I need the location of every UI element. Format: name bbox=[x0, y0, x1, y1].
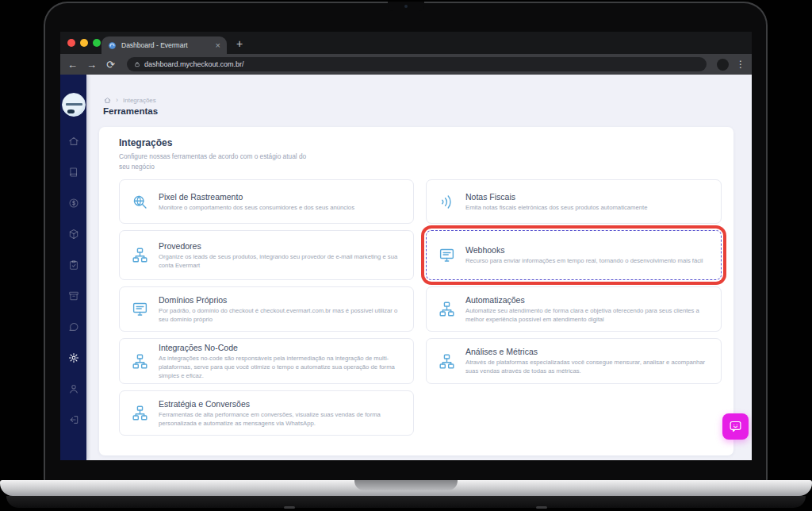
panel-subheading-line2: seu negócio bbox=[119, 162, 306, 172]
main-content: › Integrações Ferramentas Integrações Co… bbox=[86, 75, 752, 460]
monitor-icon bbox=[439, 247, 455, 263]
sidebar-item-book[interactable] bbox=[68, 167, 79, 178]
laptop-base bbox=[0, 480, 812, 496]
card-text: AutomatizaçõesAutomatize seu atendimento… bbox=[465, 295, 709, 324]
card-title: Webhooks bbox=[465, 245, 703, 255]
nfc-waves-icon bbox=[439, 194, 455, 210]
page-title: Ferramentas bbox=[103, 106, 158, 116]
laptop-foot bbox=[536, 506, 547, 509]
breadcrumb: › Integrações bbox=[104, 97, 156, 104]
card-description: Através de plataformas especializadas vo… bbox=[465, 358, 709, 375]
card-title: Domínios Próprios bbox=[159, 295, 401, 305]
minimize-window-button[interactable] bbox=[80, 39, 88, 47]
forward-button[interactable]: → bbox=[86, 60, 98, 70]
panel-subheading-line1: Configure nossas ferramentas de acordo c… bbox=[119, 152, 306, 162]
close-window-button[interactable] bbox=[67, 39, 75, 47]
browser-profile-avatar[interactable] bbox=[717, 59, 729, 71]
sitemap-icon bbox=[132, 405, 148, 421]
reload-button[interactable]: ⟳ bbox=[105, 60, 117, 70]
integration-card-automatizacoes[interactable]: AutomatizaçõesAutomatize seu atendimento… bbox=[426, 286, 722, 332]
integrations-panel: Integrações Configure nossas ferramentas… bbox=[99, 127, 733, 455]
dashboard-page: › Integrações Ferramentas Integrações Co… bbox=[60, 75, 752, 460]
laptop-base-notch bbox=[354, 480, 458, 490]
browser-window: Dashboard - Evermart × + ← → ⟳ dashboard… bbox=[60, 32, 752, 460]
card-text: Integrações No-CodeAs integrações no-cod… bbox=[159, 343, 401, 380]
tab-title: Dashboard - Evermart bbox=[121, 41, 211, 49]
lock-icon bbox=[134, 61, 140, 67]
chat-smiley-icon bbox=[729, 420, 742, 433]
new-tab-button[interactable]: + bbox=[236, 38, 243, 49]
laptop-camera-notch bbox=[388, 2, 424, 11]
window-controls bbox=[67, 39, 101, 47]
zoom-window-button[interactable] bbox=[93, 39, 101, 47]
card-description: Emita notas fiscais eletrônicas dos seus… bbox=[465, 203, 647, 212]
clipboard-icon bbox=[68, 259, 79, 271]
integration-card-dominios-proprios[interactable]: Domínios PrópriosPor padrão, o domínio d… bbox=[119, 286, 414, 332]
integration-card-webhooks[interactable]: WebhooksRecurso para enviar informações … bbox=[426, 230, 722, 280]
panel-subheading: Configure nossas ferramentas de acordo c… bbox=[119, 152, 306, 172]
logout-icon bbox=[68, 414, 79, 425]
card-title: Pixel de Rastreamento bbox=[159, 192, 354, 202]
integration-cards-grid: Pixel de RastreamentoMonitore o comporta… bbox=[119, 179, 722, 436]
breadcrumb-integracoes[interactable]: Integrações bbox=[123, 97, 156, 104]
laptop-foot bbox=[284, 506, 295, 509]
card-title: Estratégia e Conversões bbox=[159, 399, 401, 409]
url-text: dashboard.mycheckout.com.br/ bbox=[144, 60, 244, 68]
laptop-base-bottom bbox=[6, 496, 806, 508]
address-bar[interactable]: dashboard.mycheckout.com.br/ bbox=[127, 57, 707, 71]
integration-card-provedores[interactable]: ProvedoresOrganize os leads de seus prod… bbox=[119, 230, 414, 280]
sidebar-item-user[interactable] bbox=[68, 383, 79, 394]
cube-icon bbox=[68, 229, 79, 240]
integration-card-analises-e-metricas[interactable]: Análises e MétricasAtravés de plataforma… bbox=[426, 338, 722, 384]
card-text: Domínios PrópriosPor padrão, o domínio d… bbox=[159, 295, 401, 324]
browser-menu-icon[interactable]: ⋮ bbox=[736, 60, 745, 69]
laptop-mockup: Dashboard - Evermart × + ← → ⟳ dashboard… bbox=[0, 0, 812, 511]
back-button[interactable]: ← bbox=[67, 60, 79, 70]
sidebar-item-cube[interactable] bbox=[68, 229, 79, 240]
card-text: Análises e MétricasAtravés de plataforma… bbox=[465, 347, 709, 375]
card-title: Análises e Métricas bbox=[465, 347, 709, 356]
card-title: Provedores bbox=[159, 241, 401, 251]
chat-icon bbox=[68, 321, 79, 332]
card-text: Notas FiscaisEmita notas fiscais eletrôn… bbox=[465, 192, 647, 212]
site-favicon-icon bbox=[108, 41, 117, 50]
pixel-search-icon bbox=[132, 194, 148, 210]
sidebar-item-home[interactable] bbox=[68, 136, 79, 147]
sitemap-icon bbox=[132, 247, 148, 263]
user-icon bbox=[68, 383, 79, 394]
card-description: Monitore o comportamento dos seus consum… bbox=[159, 203, 354, 212]
integration-card-notas-fiscais[interactable]: Notas FiscaisEmita notas fiscais eletrôn… bbox=[426, 179, 722, 224]
browser-tab-strip: Dashboard - Evermart × + bbox=[60, 32, 752, 54]
card-text: Pixel de RastreamentoMonitore o comporta… bbox=[159, 192, 354, 212]
card-title: Automatizações bbox=[465, 295, 709, 305]
sidebar-item-dollar[interactable] bbox=[68, 198, 79, 209]
user-avatar[interactable] bbox=[62, 93, 86, 117]
card-title: Notas Fiscais bbox=[465, 192, 647, 202]
sidebar-icons bbox=[60, 136, 86, 425]
card-description: Ferramentas de alta performance em conve… bbox=[159, 410, 401, 428]
sidebar-item-gear[interactable] bbox=[68, 352, 79, 363]
home-icon[interactable] bbox=[104, 97, 111, 104]
sidebar-item-archive[interactable] bbox=[68, 290, 79, 302]
monitor-icon bbox=[132, 301, 148, 317]
sitemap-icon bbox=[439, 353, 455, 370]
browser-toolbar: ← → ⟳ dashboard.mycheckout.com.br/ ⋮ bbox=[60, 54, 752, 75]
integration-card-pixel-de-rastreamento[interactable]: Pixel de RastreamentoMonitore o comporta… bbox=[119, 179, 414, 224]
integration-card-integracoes-no-code[interactable]: Integrações No-CodeAs integrações no-cod… bbox=[119, 338, 414, 384]
card-description: Por padrão, o domínio do checkout é chec… bbox=[159, 306, 401, 324]
sitemap-icon bbox=[439, 301, 455, 317]
card-title: Integrações No-Code bbox=[159, 343, 401, 352]
card-description: Automatize seu atendimento de forma clar… bbox=[465, 306, 709, 324]
integration-card-estrategia-e-conversoes[interactable]: Estratégia e ConversõesFerramentas de al… bbox=[119, 390, 414, 436]
sidebar-item-chat[interactable] bbox=[68, 321, 79, 332]
card-description: Recurso para enviar informações em tempo… bbox=[465, 256, 703, 265]
support-chat-fab[interactable] bbox=[722, 413, 749, 440]
sidebar-item-clipboard[interactable] bbox=[68, 259, 79, 271]
sidebar-item-logout[interactable] bbox=[68, 414, 79, 425]
gear-icon bbox=[68, 352, 79, 363]
tab-close-icon[interactable]: × bbox=[216, 41, 220, 50]
panel-heading: Integrações bbox=[119, 137, 172, 148]
breadcrumb-separator: › bbox=[116, 97, 118, 104]
dollar-icon bbox=[68, 198, 79, 209]
browser-tab[interactable]: Dashboard - Evermart × bbox=[102, 36, 227, 54]
